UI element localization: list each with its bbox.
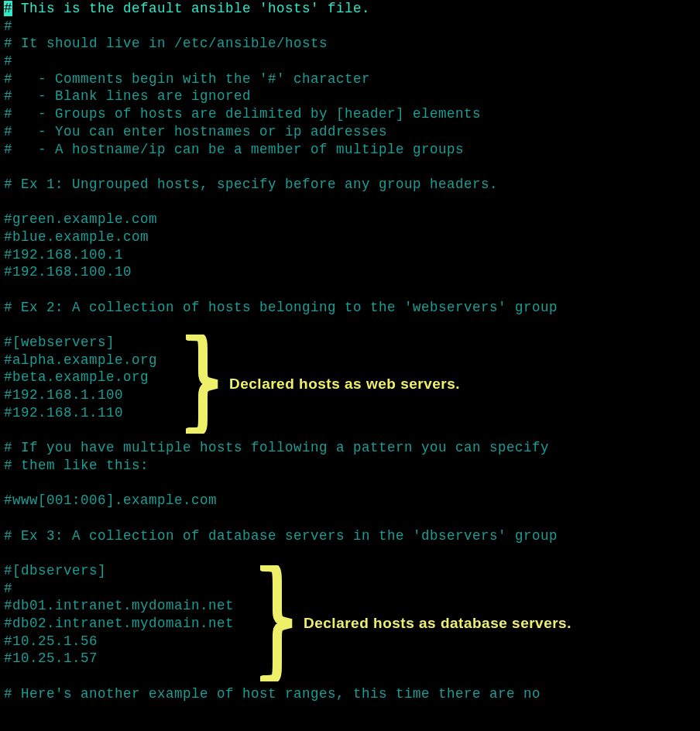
file-line: # — [4, 53, 696, 70]
file-line: # - Blank lines are ignored — [4, 88, 696, 105]
file-line — [4, 281, 696, 299]
brace-icon — [260, 565, 296, 681]
file-line: #192.168.100.10 — [4, 263, 696, 281]
file-line: # - A hostname/ip can be a member of mul… — [4, 141, 696, 159]
file-line — [4, 194, 696, 211]
file-line: #192.168.100.1 — [4, 246, 696, 264]
file-line: # - Comments begin with the '#' characte… — [4, 70, 696, 88]
file-line: # - Groups of hosts are delimited by [he… — [4, 105, 696, 123]
file-line: # - You can enter hostnames or ip addres… — [4, 123, 696, 141]
file-line — [4, 510, 696, 527]
file-line: # Ex 3: A collection of database servers… — [4, 527, 696, 545]
file-line — [4, 475, 696, 492]
file-line: #blue.example.com — [4, 228, 696, 246]
annotation-dbservers: Declared hosts as database servers. — [260, 565, 571, 681]
file-line: #green.example.com — [4, 211, 696, 228]
annotation-label: Declared hosts as database servers. — [304, 615, 571, 633]
file-line — [4, 544, 696, 562]
brace-icon — [186, 335, 221, 434]
file-line — [4, 316, 696, 334]
annotation-label: Declared hosts as web servers. — [229, 376, 460, 393]
file-line: # them like this: — [4, 457, 696, 475]
file-line: # Ex 2: A collection of hosts belonging … — [4, 299, 696, 317]
file-line — [4, 158, 696, 176]
file-line: # It should live in /etc/ansible/hosts — [4, 35, 696, 53]
file-line: # Ex 1: Ungrouped hosts, specify before … — [4, 176, 696, 194]
line-text: This is the default ansible 'hosts' file… — [12, 1, 370, 16]
terminal-view[interactable]: # This is the default ansible 'hosts' fi… — [0, 0, 700, 731]
file-line: # If you have multiple hosts following a… — [4, 439, 696, 457]
file-line: # — [4, 18, 696, 36]
annotation-webservers: Declared hosts as web servers. — [186, 335, 460, 434]
file-line: # This is the default ansible 'hosts' fi… — [4, 0, 696, 18]
cursor: # — [4, 1, 12, 16]
file-line: # Here's another example of host ranges,… — [4, 685, 696, 703]
file-line: #www[001:006].example.com — [4, 492, 696, 510]
